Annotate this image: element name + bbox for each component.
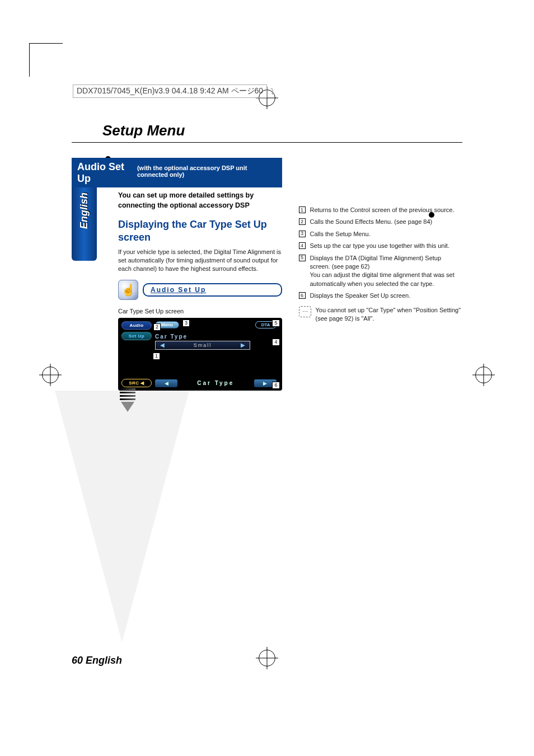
shot-top-row: Menu DTA [155, 321, 277, 328]
page: DDX7015/7045_K(En)v3.9 04.4.18 9:42 AM ペ… [0, 0, 534, 756]
def-row-4: 4 Sets up the car type you use together … [299, 242, 463, 250]
shot-body: Car Type ◀ Small ▶ [155, 334, 277, 350]
right-column: 1 Returns to the Control screen of the p… [299, 158, 463, 391]
registration-mark-icon [42, 367, 59, 383]
shot-bottom-row: ◀ Car Type ▶ [155, 379, 277, 387]
print-header-text: DDX7015/7045_K(En)v3.9 04.4.18 9:42 AM ペ… [73, 84, 267, 98]
shot-sidebar: Audio Set Up SRC ◀ [121, 321, 152, 387]
def-num: 2 [299, 218, 306, 225]
def-num: 3 [299, 231, 306, 237]
bottom-page-label: Car Type [181, 380, 251, 386]
cursor-icon: ⤵ [270, 87, 274, 96]
screenshot-caption: Car Type Set Up screen [118, 308, 282, 314]
note: ⋯ You cannot set up "Car Type" when "Pos… [299, 306, 463, 323]
page-footer: 60 English [72, 655, 122, 666]
audio-setup-touch-button[interactable]: Audio Set Up [143, 283, 282, 297]
def-num: 1 [299, 206, 306, 213]
main-columns: Audio Set Up (with the optional accessor… [118, 158, 462, 391]
def-row-6: 6 Displays the Speaker Set Up screen. [299, 292, 463, 300]
callout-4: 4 [272, 339, 279, 346]
car-type-selector[interactable]: ◀ Small ▶ [155, 341, 250, 350]
def-row-5: 5 Displays the DTA (Digital Time Alignme… [299, 254, 463, 289]
decorative-overlay [55, 391, 189, 642]
section-intro: You can set up more detailed settings by… [72, 191, 280, 210]
crop-mark [29, 43, 63, 77]
subsection-heading: Displaying the Car Type Set Up screen [118, 218, 282, 243]
next-arrow-icon[interactable]: ▶ [238, 342, 247, 348]
def-text: Returns to the Control screen of the pre… [310, 206, 455, 214]
page-title: Setup Menu [102, 122, 185, 139]
def5-line2: You can adjust the digital time alignmen… [310, 271, 455, 287]
car-type-setup-screenshot: Audio Set Up SRC ◀ Menu DTA Car Type ◀ S… [118, 318, 282, 391]
definitions-list: 1 Returns to the Control screen of the p… [299, 206, 463, 323]
car-type-field-label: Car Type [155, 334, 277, 340]
page-prev-button[interactable]: ◀ [155, 379, 177, 387]
def-text: Sets up the car type you use together wi… [310, 242, 449, 250]
prev-arrow-icon[interactable]: ◀ [158, 342, 167, 348]
def-num: 6 [299, 292, 306, 299]
left-column: Audio Set Up (with the optional accessor… [118, 158, 282, 391]
title-rule [72, 142, 462, 143]
touch-finger-icon: ☝ [118, 280, 138, 300]
audio-tab[interactable]: Audio [121, 321, 152, 330]
bars-icon [120, 388, 135, 400]
def-row-3: 3 Calls the Setup Menu. [299, 230, 463, 238]
note-text: You cannot set up "Car Type" when "Posit… [316, 306, 463, 323]
callout-2: 2 [153, 323, 161, 331]
callout-1: 1 [153, 353, 160, 360]
car-type-value: Small [194, 342, 212, 348]
note-icon: ⋯ [299, 306, 311, 317]
setup-tab[interactable]: Set Up [121, 332, 152, 340]
def-text: Displays the DTA (Digital Time Alignment… [310, 254, 463, 289]
body-paragraph: If your vehicle type is selected, the Di… [118, 248, 282, 273]
def-text: Calls the Sound Effects Menu. (see page … [310, 218, 433, 226]
registration-mark-icon [475, 367, 492, 383]
def-num: 4 [299, 242, 306, 249]
src-back-button[interactable]: SRC ◀ [121, 379, 152, 387]
callout-3: 3 [182, 320, 190, 327]
callout-5: 5 [272, 320, 279, 327]
def-row-2: 2 Calls the Sound Effects Menu. (see pag… [299, 218, 463, 226]
print-header: DDX7015/7045_K(En)v3.9 04.4.18 9:42 AM ペ… [73, 84, 274, 98]
section-title: Audio Set Up [77, 161, 133, 185]
section-heading-bar: Audio Set Up (with the optional accessor… [72, 158, 282, 187]
content-area: English Setup Menu Audio Set Up (with th… [72, 122, 462, 666]
def5-line1: Displays the DTA (Digital Time Alignment… [310, 255, 442, 270]
section-subtitle: (with the optional accessory DSP unit co… [137, 165, 277, 178]
down-arrow-icon [121, 402, 134, 412]
def-text: Calls the Setup Menu. [310, 230, 371, 238]
touch-button-row: ☝ Audio Set Up [118, 280, 282, 300]
def-row-1: 1 Returns to the Control screen of the p… [299, 206, 463, 214]
def-text: Displays the Speaker Set Up screen. [310, 292, 411, 300]
callout-6: 6 [272, 382, 279, 389]
def-num: 5 [299, 255, 306, 261]
